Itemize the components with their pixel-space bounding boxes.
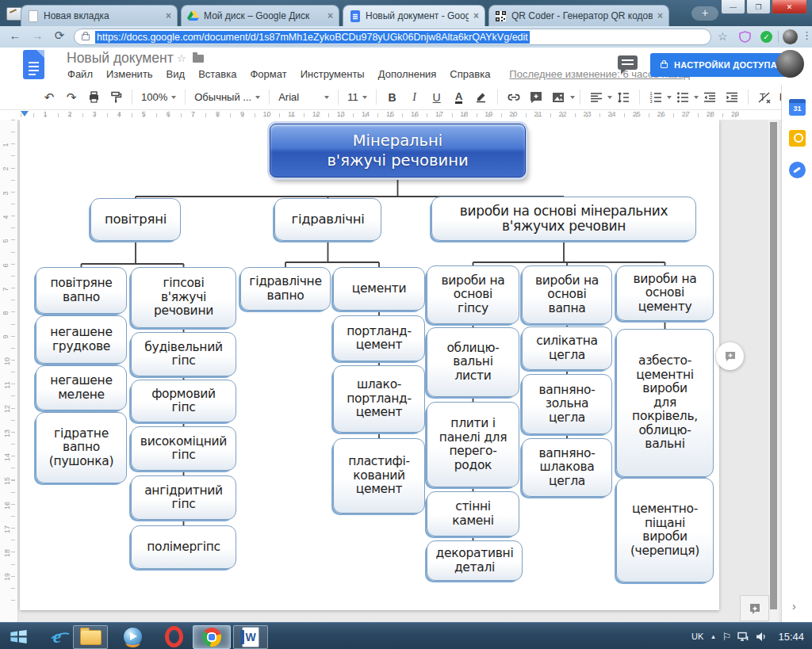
maximize-button[interactable]: ❐: [746, 0, 771, 14]
media-player-icon[interactable]: [119, 625, 146, 647]
line-spacing-icon[interactable]: [615, 88, 632, 107]
account-avatar[interactable]: [776, 50, 804, 78]
clock[interactable]: 15:44: [778, 631, 804, 643]
adguard-extension-icon[interactable]: [739, 31, 751, 46]
opera-icon[interactable]: [160, 625, 187, 647]
diagram-node[interactable]: азбесто- цементні вироби для покрівель, …: [616, 329, 714, 477]
google-docs-app-icon[interactable]: [23, 50, 44, 79]
scrollbar-thumb[interactable]: [770, 122, 777, 609]
zoom-select[interactable]: 100%: [141, 91, 176, 103]
diagram-node[interactable]: портланд- цемент: [333, 315, 425, 361]
minimize-button[interactable]: —: [721, 0, 745, 14]
diagram-node[interactable]: пластифі- кований цемент: [333, 438, 425, 513]
diagram-node[interactable]: вапняно- зольна цегла: [522, 374, 612, 434]
chrome-icon-active[interactable]: [193, 625, 231, 649]
calendar-icon[interactable]: 31: [789, 99, 806, 116]
highlight-color-icon[interactable]: [473, 88, 490, 107]
tab-google-drive[interactable]: Мой диск – Google Диск ×: [181, 5, 339, 26]
menu-edit[interactable]: Изменить: [106, 68, 153, 80]
numbered-list-icon[interactable]: 123: [647, 88, 665, 107]
diagram-node[interactable]: силікатна цегла: [522, 326, 612, 370]
hidden-icons-chevron[interactable]: ▴: [711, 632, 715, 640]
diagram-node[interactable]: вироби на основі гіпсу: [427, 265, 519, 324]
font-size-select[interactable]: 11: [347, 91, 367, 103]
text-color-button[interactable]: A: [455, 91, 462, 104]
browser-avatar[interactable]: [783, 29, 798, 44]
star-document-icon[interactable]: ☆: [177, 52, 186, 64]
diagram-node-root[interactable]: Мінеральні в'яжучі речовини: [270, 124, 526, 178]
diagram-node[interactable]: цементно- піщані вироби (черепиця): [616, 478, 714, 582]
move-folder-icon[interactable]: [193, 55, 204, 63]
address-bar[interactable]: https://docs.google.com/document/d/1s87m…: [74, 29, 711, 45]
action-center-flag-icon[interactable]: ⚐: [722, 631, 732, 643]
explore-button[interactable]: [740, 595, 769, 621]
share-button[interactable]: НАСТРОЙКИ ДОСТУПА: [650, 53, 787, 77]
increase-indent-icon[interactable]: [723, 88, 741, 107]
close-button[interactable]: ✕: [772, 0, 807, 14]
diagram-node[interactable]: шлако- портланд- цемент: [333, 365, 425, 433]
decrease-indent-icon[interactable]: [701, 88, 718, 107]
align-left-icon[interactable]: [588, 88, 605, 107]
menu-insert[interactable]: Вставка: [198, 68, 236, 80]
internet-explorer-icon[interactable]: e: [44, 625, 70, 647]
tab-close-icon[interactable]: ×: [657, 10, 663, 21]
tab-new-tab[interactable]: Новая вкладка ×: [21, 5, 178, 26]
diagram-node[interactable]: декоративні деталі: [427, 540, 523, 581]
font-select[interactable]: Arial: [278, 91, 329, 103]
menu-format[interactable]: Формат: [250, 68, 286, 80]
left-indent-marker[interactable]: [21, 111, 29, 116]
diagram-node-hydraulic[interactable]: гідравлічні: [274, 198, 381, 241]
menu-addons[interactable]: Дополнения: [378, 68, 437, 80]
diagram-node[interactable]: ангідритний гіпс: [131, 475, 236, 520]
tasks-icon[interactable]: [789, 162, 806, 178]
diagram-node[interactable]: вироби на основі цементу: [616, 265, 714, 321]
insert-link-icon[interactable]: [505, 88, 523, 107]
chevron-down-icon[interactable]: [694, 96, 699, 99]
menu-file[interactable]: Файл: [67, 68, 93, 80]
vertical-ruler[interactable]: 12345678910111213141516171819: [0, 120, 18, 622]
extension-check-icon[interactable]: ✓: [760, 31, 772, 43]
url-text[interactable]: https://docs.google.com/document/d/1s87m…: [95, 31, 530, 44]
paragraph-style-select[interactable]: Обычный ...: [194, 91, 260, 103]
diagram-node[interactable]: вироби на основі вапна: [522, 265, 612, 324]
add-comment-floating-button[interactable]: [716, 342, 744, 370]
diagram-node[interactable]: повітряне вапно: [36, 267, 127, 314]
diagram-node[interactable]: будівельний гіпс: [131, 332, 236, 376]
document-page[interactable]: Мінеральні в'яжучі речовини повітряні гі…: [20, 120, 719, 610]
menu-view[interactable]: Вид: [167, 68, 186, 80]
diagram-node[interactable]: гідратне вапно (пушонка): [36, 412, 127, 483]
underline-button[interactable]: U: [428, 88, 446, 107]
diagram-node-products[interactable]: вироби на основі мінеральних в'яжучих ре…: [431, 197, 696, 241]
start-button[interactable]: [5, 625, 32, 647]
clear-formatting-icon[interactable]: T: [756, 88, 773, 107]
add-comment-icon[interactable]: [527, 88, 545, 107]
diagram-node[interactable]: цементи: [333, 267, 425, 311]
tab-close-icon[interactable]: ×: [327, 10, 333, 21]
diagram-node[interactable]: негашене грудкове: [36, 315, 127, 364]
browser-menu-icon[interactable]: ⋮: [802, 29, 812, 41]
tab-close-icon[interactable]: ×: [166, 10, 171, 21]
file-explorer-icon[interactable]: [73, 625, 108, 649]
expand-panel-chevron[interactable]: ›: [792, 600, 796, 613]
print-icon[interactable]: [85, 88, 102, 107]
diagram-node[interactable]: гіпсові в'яжучі речовини: [131, 267, 236, 328]
diagram-node[interactable]: формовий гіпс: [131, 380, 236, 422]
volume-icon[interactable]: [756, 632, 767, 642]
menu-help[interactable]: Справка: [450, 68, 490, 80]
diagram-node[interactable]: негашене мелене: [36, 365, 127, 410]
chevron-down-icon[interactable]: [667, 96, 672, 99]
undo-button[interactable]: ↶: [40, 88, 58, 107]
vertical-scrollbar[interactable]: [768, 120, 779, 622]
tab-google-docs-active[interactable]: Новый документ - Google Докуме ×: [343, 5, 485, 26]
italic-button[interactable]: I: [406, 88, 423, 107]
chevron-down-icon[interactable]: [570, 96, 575, 99]
comments-icon[interactable]: [618, 55, 638, 70]
back-button[interactable]: ←: [6, 29, 24, 42]
diagram-node[interactable]: вапняно- шлакова цегла: [522, 438, 612, 497]
keep-icon[interactable]: [789, 130, 806, 147]
network-icon[interactable]: [737, 632, 749, 642]
tab-close-icon[interactable]: ×: [473, 10, 479, 21]
bookmark-star-icon[interactable]: ☆: [718, 30, 728, 43]
reload-button[interactable]: ⟳: [51, 29, 68, 43]
diagram-node[interactable]: стінні камені: [427, 491, 519, 536]
